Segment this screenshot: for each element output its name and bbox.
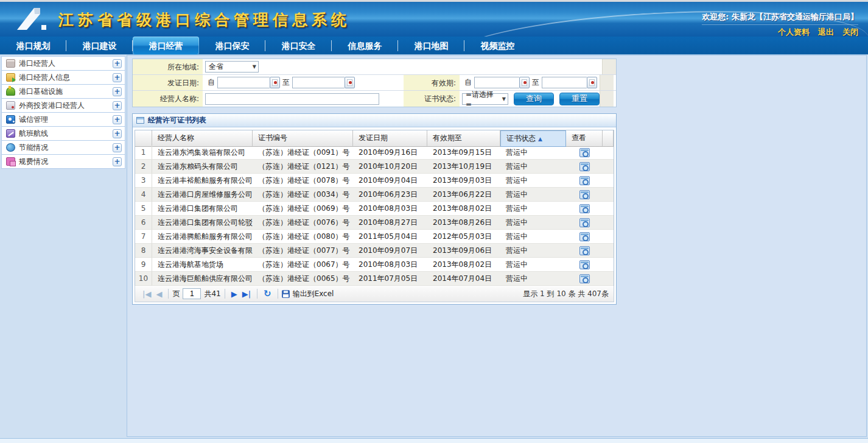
calendar-icon[interactable] [587,77,597,88]
column-header[interactable]: 查看 [566,130,603,147]
row-number: 3 [135,174,152,188]
view-detail-icon[interactable] [579,176,590,185]
operator-name-cell: 连云港港口集团有限公司轮驳... [152,216,253,230]
sidebar-item[interactable]: 航班航线+ [1,127,125,141]
nav-tab[interactable]: 港口地图 [398,37,464,55]
expand-plus-icon[interactable]: + [113,143,122,152]
expand-plus-icon[interactable]: + [113,101,122,110]
valid-until-cell: 2013年08月02日 [427,202,500,216]
view-detail-icon[interactable] [579,218,590,227]
sidebar-item-label: 航班航线 [19,129,48,139]
energy-icon [6,143,15,152]
panel-titlebar: 经营许可证书列表 [133,114,616,127]
view-detail-icon[interactable] [579,204,590,213]
prev-page-icon[interactable]: ◀ [156,289,162,299]
expand-plus-icon[interactable]: + [113,157,122,166]
expand-plus-icon[interactable]: + [113,59,122,68]
view-detail-icon[interactable] [579,260,590,269]
table-row[interactable]: 8连云港港湾海事安全设备有限...（苏连）港经证（0077）号2010年09月0… [135,244,614,258]
expand-plus-icon[interactable]: + [113,73,122,82]
sidebar-item[interactable]: 外商投资港口经营人+ [1,99,125,113]
calendar-icon[interactable] [345,77,355,88]
column-header[interactable]: 发证日期 [353,130,427,147]
nav-tab[interactable]: 视频监控 [464,37,531,55]
valid-until-cell: 2013年08月26日 [427,216,500,230]
query-button[interactable]: 查询 [514,93,554,105]
header-links: 个人资料退出关闭 [769,27,858,37]
calendar-icon[interactable] [519,77,530,88]
header-link[interactable]: 关闭 [842,27,858,37]
expand-plus-icon[interactable]: + [113,115,122,124]
table-row[interactable]: 1连云港东鸿集装箱有限公司（苏连）港经证（0091）号2010年09月16日20… [135,146,614,160]
table-row[interactable]: 5连云港港口集团有限公司（苏连）港经证（0069）号2010年08月03日201… [135,202,614,216]
sidebar-item[interactable]: 港口经营人+ [1,57,125,71]
nav-tab[interactable]: 港口规划 [0,37,66,55]
header-link[interactable]: 退出 [818,27,834,37]
table-row[interactable]: 2连云港东粮码头有限公司（苏连）港经证（0121）号2010年10月20日201… [135,160,614,174]
table-row[interactable]: 3连云港丰裕船舶服务有限公司（苏连）港经证（0078）号2010年09月04日2… [135,174,614,188]
row-number-header [135,130,152,147]
view-detail-icon[interactable] [579,246,590,255]
column-header[interactable]: 有效期至 [427,130,500,147]
sidebar-item[interactable]: 港口基础设施+ [1,85,125,99]
cert-status-cell: 营运中 [500,216,566,230]
sidebar-item[interactable]: 港口经营人信息+ [1,71,125,85]
view-detail-icon[interactable] [579,148,590,157]
sidebar-item[interactable]: 诚信管理+ [1,113,125,127]
first-page-icon[interactable]: |◀ [142,289,151,299]
nav-tab[interactable]: 信息服务 [332,37,398,55]
operator-name-input[interactable] [205,93,379,105]
view-detail-icon[interactable] [579,162,590,171]
refresh-icon[interactable]: ↻ [264,288,271,299]
calendar-icon[interactable] [270,77,280,88]
issue-date-cell: 2010年08月03日 [353,258,427,272]
reset-button[interactable]: 重置 [559,93,600,105]
nav-tab[interactable]: 港口保安 [199,37,265,55]
table-row[interactable]: 10连云港海巨船舶供应有限公司（苏连）港经证（0065）号2011年07月05日… [135,272,614,286]
nav-tab[interactable]: 港口安全 [265,37,332,55]
issue-date-cell: 2010年09月04日 [353,174,427,188]
table-row[interactable]: 9连云港海航基地货场（苏连）港经证（0067）号2010年08月03日2013年… [135,258,614,272]
operator-name-cell: 连云港丰裕船舶服务有限公司 [152,174,253,188]
operator-name-cell: 连云港港口房屋维修服务公司 [152,188,253,202]
column-header[interactable]: 证书状态▲ [500,130,566,147]
issue-date-to-input[interactable] [292,77,345,88]
view-detail-icon[interactable] [579,274,590,283]
column-header[interactable]: 证书编号 [253,130,353,147]
page-number-input[interactable] [183,288,201,299]
table-row[interactable]: 6连云港港口集团有限公司轮驳...（苏连）港经证（0076）号2010年08月2… [135,216,614,230]
next-page-icon[interactable]: ▶ [231,289,237,299]
validity-from-input[interactable] [474,77,519,88]
search-form: 所在地域: 全省 ▼ 发证日期: 自 至 [132,58,617,107]
expand-plus-icon[interactable]: + [113,129,122,138]
table-row[interactable]: 4连云港港口房屋维修服务公司（苏连）港经证（0034）号2010年06月23日2… [135,188,614,202]
cert-number-cell: （苏连）港经证（0076）号 [253,216,353,230]
expand-plus-icon[interactable]: + [113,87,122,96]
last-page-icon[interactable]: ▶| [242,289,251,299]
cert-status-cell: 营运中 [500,160,566,174]
issue-date-cell: 2011年05月04日 [353,230,427,244]
issue-date-from-input[interactable] [217,77,270,88]
column-header[interactable]: 经营人名称 [152,130,253,147]
nav-tab[interactable]: 港口建设 [66,37,133,55]
table-row[interactable]: 7连云港港腾船舶服务有限公司（苏连）港经证（0080）号2011年05月04日2… [135,230,614,244]
app-title: 江苏省省级港口综合管理信息系统 [58,10,351,30]
infrastructure-icon [6,87,15,96]
issue-to-label: 至 [282,77,290,88]
export-excel-button[interactable]: 输出到Excel [282,289,334,299]
cert-status-select[interactable]: =请选择= ▼ [462,93,508,105]
view-cell [566,216,603,230]
validity-to-input[interactable] [542,77,587,88]
sidebar-item-label: 外商投资港口经营人 [19,101,85,111]
valid-until-cell: 2013年09月06日 [427,244,500,258]
header-link[interactable]: 个人资料 [778,27,810,37]
view-detail-icon[interactable] [579,190,590,199]
region-select[interactable]: 全省 ▼ [205,61,259,73]
sidebar-item[interactable]: 规费情况+ [1,155,125,169]
filler-cell [600,91,614,107]
footer-strip [0,438,868,443]
brand: 江苏省省级港口综合管理信息系统 [16,7,351,32]
view-detail-icon[interactable] [579,232,590,241]
sidebar-item[interactable]: 节能情况+ [1,141,125,155]
nav-tab[interactable]: 港口经营 [133,37,199,55]
